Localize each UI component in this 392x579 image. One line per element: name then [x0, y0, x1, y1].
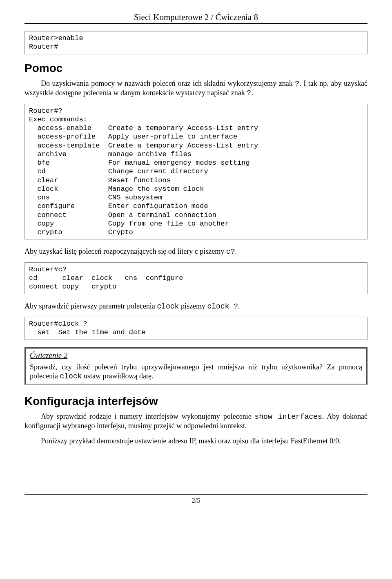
- text: Aby sprawdzić pierwszy parametr poleceni…: [24, 302, 157, 310]
- code-enable: Router>enable Router#: [24, 31, 368, 54]
- text: .: [238, 302, 240, 310]
- inline-code-qmark: ?: [295, 80, 299, 88]
- inline-code-clock: clock: [157, 302, 179, 311]
- page-footer: 2/5: [24, 494, 368, 505]
- text: Do uzyskiwania pomocy w nazwach poleceń …: [41, 79, 295, 87]
- heading-pomoc: Pomoc: [24, 62, 368, 75]
- code-c-list: Router#c? cd clear clock cns configure c…: [24, 262, 368, 294]
- heading-konfiguracja: Konfiguracja interfejsów: [24, 395, 368, 408]
- exercise-2: Ćwiczenie 2 Sprawdź, czy ilość poleceń t…: [24, 347, 368, 385]
- text: ustaw prawidłową datę.: [82, 372, 153, 380]
- code-exec-commands: Router#? Exec commands: access-enable Cr…: [24, 104, 368, 240]
- text: .: [235, 247, 237, 255]
- inline-code-clock-q: clock ?: [207, 302, 238, 311]
- code-clock-set: Router#clock ? set Set the time and date: [24, 317, 368, 340]
- para-show-interfaces: Aby sprawdzić rodzaje i numery interfejs…: [24, 412, 368, 431]
- text: Aby uzyskać listę poleceń rozpoczynający…: [24, 247, 226, 255]
- text: Aby sprawdzić rodzaje i numery interfejs…: [41, 412, 255, 420]
- para-pomoc-intro: Do uzyskiwania pomocy w nazwach poleceń …: [24, 79, 368, 98]
- inline-code-c: c?: [226, 248, 235, 256]
- inline-code-clock: clock: [60, 372, 82, 380]
- para-example-ip: Poniższy przykład demonstruje ustawienie…: [24, 436, 368, 446]
- inline-code-qmark: ?: [247, 89, 251, 97]
- exercise-title: Ćwiczenie 2: [30, 351, 362, 360]
- text: .: [251, 89, 253, 97]
- para-clock: Aby sprawdzić pierwszy parametr poleceni…: [24, 302, 368, 311]
- inline-code-show-interfaces: show interfaces: [255, 413, 322, 421]
- page-header: Sieci Komputerowe 2 / Ćwiczenia 8: [24, 12, 368, 24]
- exercise-body: Sprawdź, czy ilość poleceń trybu uprzywi…: [30, 362, 362, 381]
- text: piszemy: [179, 302, 207, 310]
- para-c-list: Aby uzyskać listę poleceń rozpoczynający…: [24, 247, 368, 257]
